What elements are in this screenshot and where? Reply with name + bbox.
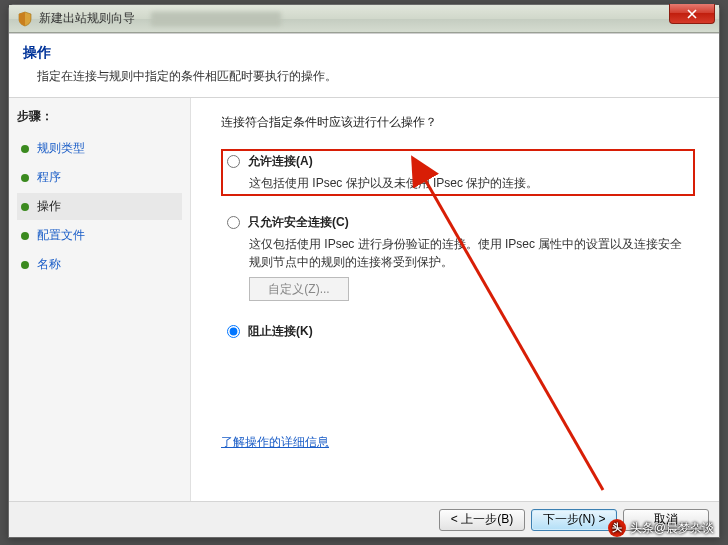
step-label: 规则类型	[37, 140, 85, 157]
radio-block-label: 阻止连接(K)	[248, 323, 313, 340]
watermark: 头 头条@晨梦杂谈	[608, 519, 714, 537]
bullet-icon	[21, 261, 29, 269]
title-blur	[151, 12, 281, 26]
radio-block-input[interactable]	[227, 325, 240, 338]
watermark-logo-icon: 头	[608, 519, 626, 537]
shield-icon	[17, 11, 33, 27]
learn-more-row: 了解操作的详细信息	[221, 434, 329, 451]
radio-allow-desc: 这包括使用 IPsec 保护以及未使用 IPsec 保护的连接。	[249, 174, 689, 192]
next-button[interactable]: 下一步(N) >	[531, 509, 617, 531]
radio-secure[interactable]: 只允许安全连接(C)	[227, 214, 689, 231]
step-label: 名称	[37, 256, 61, 273]
step-name[interactable]: 名称	[17, 251, 182, 278]
step-profile[interactable]: 配置文件	[17, 222, 182, 249]
titlebar[interactable]: 新建出站规则向导	[9, 5, 719, 33]
sidebar-title: 步骤：	[17, 108, 182, 125]
radio-allow[interactable]: 允许连接(A)	[227, 153, 689, 170]
radio-secure-label: 只允许安全连接(C)	[248, 214, 349, 231]
step-rule-type[interactable]: 规则类型	[17, 135, 182, 162]
step-program[interactable]: 程序	[17, 164, 182, 191]
radio-secure-desc: 这仅包括使用 IPsec 进行身份验证的连接。使用 IPsec 属性中的设置以及…	[249, 235, 689, 271]
learn-more-link[interactable]: 了解操作的详细信息	[221, 435, 329, 449]
radio-secure-input[interactable]	[227, 216, 240, 229]
step-action[interactable]: 操作	[17, 193, 182, 220]
option-allow-connection: 允许连接(A) 这包括使用 IPsec 保护以及未使用 IPsec 保护的连接。	[221, 149, 695, 196]
window-title: 新建出站规则向导	[39, 10, 135, 27]
main-panel: 连接符合指定条件时应该进行什么操作？ 允许连接(A) 这包括使用 IPsec 保…	[191, 98, 719, 501]
question-text: 连接符合指定条件时应该进行什么操作？	[221, 114, 695, 131]
wizard-header: 操作 指定在连接与规则中指定的条件相匹配时要执行的操作。	[9, 34, 719, 98]
customize-button: 自定义(Z)...	[249, 277, 349, 301]
close-button[interactable]	[669, 4, 715, 24]
back-button[interactable]: < 上一步(B)	[439, 509, 525, 531]
bullet-icon	[21, 174, 29, 182]
radio-allow-label: 允许连接(A)	[248, 153, 313, 170]
wizard-body: 步骤： 规则类型 程序 操作 配置文件	[9, 98, 719, 501]
step-label: 程序	[37, 169, 61, 186]
steps-sidebar: 步骤： 规则类型 程序 操作 配置文件	[9, 98, 191, 501]
radio-allow-input[interactable]	[227, 155, 240, 168]
bullet-icon	[21, 145, 29, 153]
bullet-icon	[21, 203, 29, 211]
close-icon	[687, 9, 697, 19]
step-label: 配置文件	[37, 227, 85, 244]
step-label: 操作	[37, 198, 61, 215]
wizard-window: 新建出站规则向导 操作 指定在连接与规则中指定的条件相匹配时要执行的操作。 步骤…	[8, 4, 720, 538]
radio-block[interactable]: 阻止连接(K)	[227, 323, 689, 340]
option-block-connection: 阻止连接(K)	[221, 319, 695, 348]
page-subtitle: 指定在连接与规则中指定的条件相匹配时要执行的操作。	[23, 68, 705, 85]
bullet-icon	[21, 232, 29, 240]
watermark-text: 头条@晨梦杂谈	[630, 520, 714, 537]
content-area: 操作 指定在连接与规则中指定的条件相匹配时要执行的操作。 步骤： 规则类型 程序	[9, 33, 719, 537]
page-title: 操作	[23, 44, 705, 62]
option-secure-connection: 只允许安全连接(C) 这仅包括使用 IPsec 进行身份验证的连接。使用 IPs…	[221, 210, 695, 305]
